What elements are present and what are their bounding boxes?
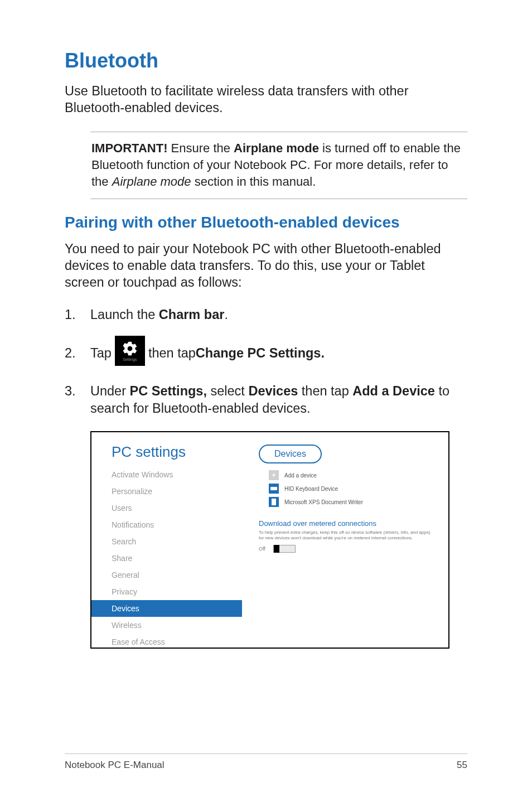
pc-settings-title: PC settings bbox=[91, 432, 242, 465]
pairing-intro-paragraph: You need to pair your Notebook PC with o… bbox=[65, 240, 467, 291]
step-1-text-c: . bbox=[224, 307, 228, 322]
devices-heading-bubble: Devices bbox=[259, 445, 322, 463]
important-label: IMPORTANT! bbox=[91, 141, 167, 155]
note-text-1: Ensure the bbox=[167, 141, 234, 155]
nav-devices[interactable]: Devices bbox=[91, 600, 242, 617]
step-1: 1. Launch the Charm bar. bbox=[65, 306, 467, 323]
gear-icon bbox=[122, 340, 138, 357]
footer-page-number: 55 bbox=[457, 760, 467, 771]
step-3-bold-3: Add a Device bbox=[352, 384, 435, 398]
step-3-bold-1: PC Settings, bbox=[130, 384, 207, 398]
subsection-heading-pairing: Pairing with other Bluetooth-enabled dev… bbox=[65, 214, 467, 231]
step-3-bold-2: Devices bbox=[248, 384, 298, 398]
step-1-number: 1. bbox=[65, 306, 90, 323]
nav-privacy[interactable]: Privacy bbox=[112, 583, 242, 600]
nav-search[interactable]: Search bbox=[112, 533, 242, 550]
section-heading-bluetooth: Bluetooth bbox=[65, 49, 467, 73]
add-device-row[interactable]: + Add a device bbox=[269, 470, 441, 480]
pc-settings-content: Devices + Add a device HID Keyboard Devi… bbox=[259, 445, 441, 553]
footer-title: Notebook PC E-Manual bbox=[65, 760, 165, 771]
metered-description: To help prevent extra charges, keep this… bbox=[259, 530, 432, 542]
important-note: IMPORTANT! Ensure the Airplane mode is t… bbox=[90, 132, 467, 199]
metered-toggle-state: Off bbox=[259, 546, 265, 552]
pc-settings-sidebar: PC settings Activate Windows Personalize… bbox=[91, 432, 242, 648]
devices-list: + Add a device HID Keyboard Device Micro… bbox=[259, 470, 441, 507]
step-1-text-a: Launch the bbox=[90, 307, 159, 322]
svg-rect-1 bbox=[272, 499, 276, 505]
pc-settings-screenshot: PC settings Activate Windows Personalize… bbox=[90, 431, 449, 649]
airplane-mode-italic: Airplane mode bbox=[112, 175, 191, 189]
nav-share[interactable]: Share bbox=[112, 550, 242, 567]
step-2: 2. Tap Settings then tap Change PC Setti… bbox=[65, 338, 467, 368]
step-1-bold: Charm bar bbox=[159, 307, 225, 322]
device-xpswriter-label: Microsoft XPS Document Writer bbox=[284, 499, 363, 505]
toggle-knob bbox=[274, 545, 279, 553]
step-2-number: 2. bbox=[65, 345, 90, 362]
nav-wireless[interactable]: Wireless bbox=[112, 617, 242, 634]
step-2-bold: Change PC Settings. bbox=[196, 345, 325, 362]
airplane-mode-bold: Airplane mode bbox=[234, 141, 319, 155]
nav-notifications[interactable]: Notifications bbox=[112, 516, 242, 533]
device-keyboard-row[interactable]: HID Keyboard Device bbox=[269, 484, 441, 494]
metered-toggle-row: Off bbox=[259, 545, 441, 553]
nav-general[interactable]: General bbox=[112, 567, 242, 583]
step-3-number: 3. bbox=[65, 383, 90, 400]
note-text-3: section in this manual. bbox=[191, 175, 316, 189]
page-footer: Notebook PC E-Manual 55 bbox=[65, 753, 467, 771]
metered-heading: Download over metered connections bbox=[259, 519, 441, 528]
settings-charm-label: Settings bbox=[123, 357, 137, 361]
step-3: 3. Under PC Settings, select Devices the… bbox=[65, 383, 467, 417]
document-icon bbox=[269, 497, 279, 507]
plus-icon: + bbox=[269, 470, 279, 480]
step-3-text-e: then tap bbox=[298, 384, 352, 398]
nav-users[interactable]: Users bbox=[112, 500, 242, 516]
nav-activate-windows[interactable]: Activate Windows bbox=[112, 466, 242, 483]
step-2-text-b: then tap bbox=[148, 345, 196, 362]
device-keyboard-label: HID Keyboard Device bbox=[284, 486, 338, 492]
add-device-label: Add a device bbox=[284, 472, 317, 479]
pc-settings-nav: Activate Windows Personalize Users Notif… bbox=[91, 465, 242, 649]
step-3-text-a: Under bbox=[90, 384, 130, 398]
keyboard-icon bbox=[269, 484, 279, 494]
step-3-text-c: select bbox=[207, 384, 248, 398]
steps-list: 1. Launch the Charm bar. 2. Tap Settings… bbox=[65, 306, 467, 417]
settings-charm-icon: Settings bbox=[115, 336, 145, 366]
svg-rect-0 bbox=[270, 487, 277, 490]
nav-ease-of-access[interactable]: Ease of Access bbox=[112, 634, 242, 649]
metered-toggle[interactable] bbox=[273, 545, 296, 553]
step-2-text-a: Tap bbox=[90, 345, 112, 362]
intro-paragraph: Use Bluetooth to facilitate wireless dat… bbox=[65, 83, 467, 116]
nav-personalize[interactable]: Personalize bbox=[112, 483, 242, 500]
device-xpswriter-row[interactable]: Microsoft XPS Document Writer bbox=[269, 497, 441, 507]
